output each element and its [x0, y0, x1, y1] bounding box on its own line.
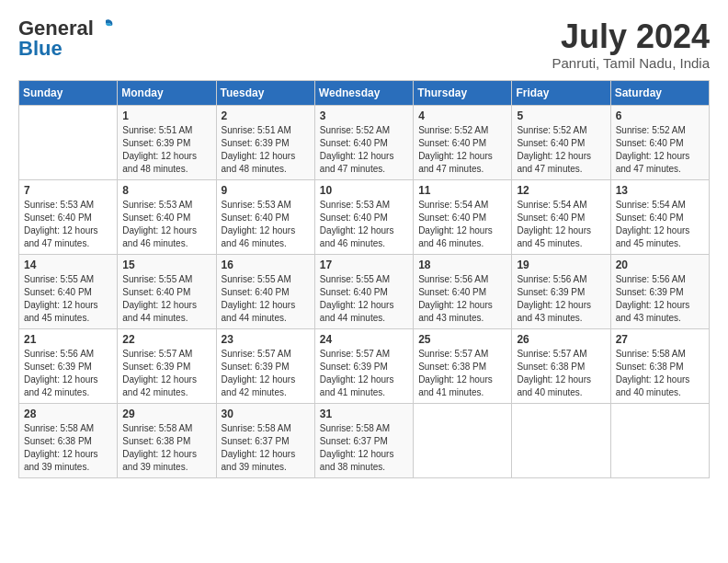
week-row-5: 28Sunrise: 5:58 AMSunset: 6:38 PMDayligh…	[19, 403, 710, 477]
week-row-3: 14Sunrise: 5:55 AMSunset: 6:40 PMDayligh…	[19, 254, 710, 328]
cell-sun-info: Sunrise: 5:58 AMSunset: 6:38 PMDaylight:…	[24, 422, 112, 474]
calendar-cell: 25Sunrise: 5:57 AMSunset: 6:38 PMDayligh…	[414, 328, 512, 403]
day-number: 11	[418, 184, 506, 197]
cell-sun-info: Sunrise: 5:57 AMSunset: 6:39 PMDaylight:…	[122, 348, 210, 399]
day-number: 22	[122, 333, 210, 346]
week-row-1: 1Sunrise: 5:51 AMSunset: 6:39 PMDaylight…	[19, 105, 710, 179]
cell-sun-info: Sunrise: 5:54 AMSunset: 6:40 PMDaylight:…	[616, 199, 704, 250]
logo-blue-text: Blue	[18, 39, 63, 59]
calendar-cell: 10Sunrise: 5:53 AMSunset: 6:40 PMDayligh…	[314, 179, 413, 254]
day-number: 9	[222, 184, 310, 197]
day-number: 15	[122, 259, 210, 271]
cell-sun-info: Sunrise: 5:58 AMSunset: 6:37 PMDaylight:…	[222, 422, 310, 474]
day-header-monday: Monday	[118, 80, 216, 105]
cell-sun-info: Sunrise: 5:51 AMSunset: 6:39 PMDaylight:…	[222, 124, 310, 176]
cell-sun-info: Sunrise: 5:56 AMSunset: 6:39 PMDaylight:…	[616, 273, 704, 325]
day-number: 27	[616, 333, 704, 346]
day-header-saturday: Saturday	[610, 80, 709, 105]
day-number: 6	[616, 109, 704, 122]
cell-sun-info: Sunrise: 5:54 AMSunset: 6:40 PMDaylight:…	[418, 199, 506, 250]
logo: General Blue	[18, 18, 116, 59]
logo-bird-icon	[96, 17, 116, 37]
day-number: 14	[24, 259, 112, 271]
calendar-cell: 31Sunrise: 5:58 AMSunset: 6:37 PMDayligh…	[314, 403, 413, 477]
calendar-cell: 17Sunrise: 5:55 AMSunset: 6:40 PMDayligh…	[314, 254, 413, 328]
day-number: 30	[222, 408, 310, 420]
calendar-cell: 5Sunrise: 5:52 AMSunset: 6:40 PMDaylight…	[512, 105, 610, 179]
cell-sun-info: Sunrise: 5:56 AMSunset: 6:40 PMDaylight:…	[418, 273, 506, 325]
day-number: 21	[24, 333, 112, 346]
cell-sun-info: Sunrise: 5:52 AMSunset: 6:40 PMDaylight:…	[517, 124, 605, 176]
calendar-cell: 4Sunrise: 5:52 AMSunset: 6:40 PMDaylight…	[414, 105, 512, 179]
day-number: 25	[418, 333, 506, 346]
day-number: 17	[320, 259, 408, 271]
cell-sun-info: Sunrise: 5:57 AMSunset: 6:39 PMDaylight:…	[320, 348, 408, 399]
cell-sun-info: Sunrise: 5:52 AMSunset: 6:40 PMDaylight:…	[418, 124, 506, 176]
cell-sun-info: Sunrise: 5:55 AMSunset: 6:40 PMDaylight:…	[122, 273, 210, 325]
cell-sun-info: Sunrise: 5:53 AMSunset: 6:40 PMDaylight:…	[122, 199, 210, 250]
logo-general-text: General	[18, 18, 94, 39]
calendar-cell: 21Sunrise: 5:56 AMSunset: 6:39 PMDayligh…	[19, 328, 118, 403]
calendar-cell: 8Sunrise: 5:53 AMSunset: 6:40 PMDaylight…	[118, 179, 216, 254]
day-number: 23	[222, 333, 310, 346]
header-row: SundayMondayTuesdayWednesdayThursdayFrid…	[19, 80, 710, 105]
calendar-cell: 9Sunrise: 5:53 AMSunset: 6:40 PMDaylight…	[216, 179, 314, 254]
day-number: 8	[122, 184, 210, 197]
day-number: 3	[320, 109, 408, 122]
day-number: 16	[222, 259, 310, 271]
calendar-cell: 23Sunrise: 5:57 AMSunset: 6:39 PMDayligh…	[216, 328, 314, 403]
day-number: 1	[122, 109, 210, 122]
calendar-cell: 2Sunrise: 5:51 AMSunset: 6:39 PMDaylight…	[216, 105, 314, 179]
page-header: General Blue July 2024 Panruti, Tamil Na…	[18, 18, 710, 71]
cell-sun-info: Sunrise: 5:51 AMSunset: 6:39 PMDaylight:…	[122, 124, 210, 176]
cell-sun-info: Sunrise: 5:58 AMSunset: 6:38 PMDaylight:…	[616, 348, 704, 399]
cell-sun-info: Sunrise: 5:57 AMSunset: 6:39 PMDaylight:…	[222, 348, 310, 399]
day-number: 12	[517, 184, 605, 197]
title-block: July 2024 Panruti, Tamil Nadu, India	[552, 18, 710, 71]
calendar-cell	[512, 403, 610, 477]
calendar-cell	[610, 403, 709, 477]
calendar-cell: 22Sunrise: 5:57 AMSunset: 6:39 PMDayligh…	[118, 328, 216, 403]
day-number: 13	[616, 184, 704, 197]
cell-sun-info: Sunrise: 5:56 AMSunset: 6:39 PMDaylight:…	[517, 273, 605, 325]
cell-sun-info: Sunrise: 5:52 AMSunset: 6:40 PMDaylight:…	[616, 124, 704, 176]
cell-sun-info: Sunrise: 5:54 AMSunset: 6:40 PMDaylight:…	[517, 199, 605, 250]
day-number: 4	[418, 109, 506, 122]
cell-sun-info: Sunrise: 5:56 AMSunset: 6:39 PMDaylight:…	[24, 348, 112, 399]
month-title: July 2024	[552, 18, 710, 55]
cell-sun-info: Sunrise: 5:53 AMSunset: 6:40 PMDaylight:…	[24, 199, 112, 250]
day-number: 7	[24, 184, 112, 197]
calendar-cell: 6Sunrise: 5:52 AMSunset: 6:40 PMDaylight…	[610, 105, 709, 179]
day-number: 28	[24, 408, 112, 420]
calendar-cell: 12Sunrise: 5:54 AMSunset: 6:40 PMDayligh…	[512, 179, 610, 254]
calendar-cell: 27Sunrise: 5:58 AMSunset: 6:38 PMDayligh…	[610, 328, 709, 403]
week-row-4: 21Sunrise: 5:56 AMSunset: 6:39 PMDayligh…	[19, 328, 710, 403]
day-number: 24	[320, 333, 408, 346]
calendar-cell: 26Sunrise: 5:57 AMSunset: 6:38 PMDayligh…	[512, 328, 610, 403]
cell-sun-info: Sunrise: 5:57 AMSunset: 6:38 PMDaylight:…	[418, 348, 506, 399]
calendar-cell: 30Sunrise: 5:58 AMSunset: 6:37 PMDayligh…	[216, 403, 314, 477]
calendar-cell: 24Sunrise: 5:57 AMSunset: 6:39 PMDayligh…	[314, 328, 413, 403]
calendar-cell: 7Sunrise: 5:53 AMSunset: 6:40 PMDaylight…	[19, 179, 118, 254]
calendar-cell: 3Sunrise: 5:52 AMSunset: 6:40 PMDaylight…	[314, 105, 413, 179]
calendar-cell: 11Sunrise: 5:54 AMSunset: 6:40 PMDayligh…	[414, 179, 512, 254]
day-number: 10	[320, 184, 408, 197]
week-row-2: 7Sunrise: 5:53 AMSunset: 6:40 PMDaylight…	[19, 179, 710, 254]
calendar-cell: 16Sunrise: 5:55 AMSunset: 6:40 PMDayligh…	[216, 254, 314, 328]
day-number: 19	[517, 259, 605, 271]
day-number: 26	[517, 333, 605, 346]
cell-sun-info: Sunrise: 5:55 AMSunset: 6:40 PMDaylight:…	[222, 273, 310, 325]
cell-sun-info: Sunrise: 5:52 AMSunset: 6:40 PMDaylight:…	[320, 124, 408, 176]
calendar-cell: 18Sunrise: 5:56 AMSunset: 6:40 PMDayligh…	[414, 254, 512, 328]
day-header-tuesday: Tuesday	[216, 80, 314, 105]
calendar-cell: 14Sunrise: 5:55 AMSunset: 6:40 PMDayligh…	[19, 254, 118, 328]
cell-sun-info: Sunrise: 5:58 AMSunset: 6:38 PMDaylight:…	[122, 422, 210, 474]
calendar-cell: 20Sunrise: 5:56 AMSunset: 6:39 PMDayligh…	[610, 254, 709, 328]
location-subtitle: Panruti, Tamil Nadu, India	[552, 55, 710, 71]
day-header-friday: Friday	[512, 80, 610, 105]
calendar-table: SundayMondayTuesdayWednesdayThursdayFrid…	[18, 80, 710, 478]
calendar-cell: 15Sunrise: 5:55 AMSunset: 6:40 PMDayligh…	[118, 254, 216, 328]
day-header-thursday: Thursday	[414, 80, 512, 105]
day-number: 2	[222, 109, 310, 122]
day-number: 20	[616, 259, 704, 271]
